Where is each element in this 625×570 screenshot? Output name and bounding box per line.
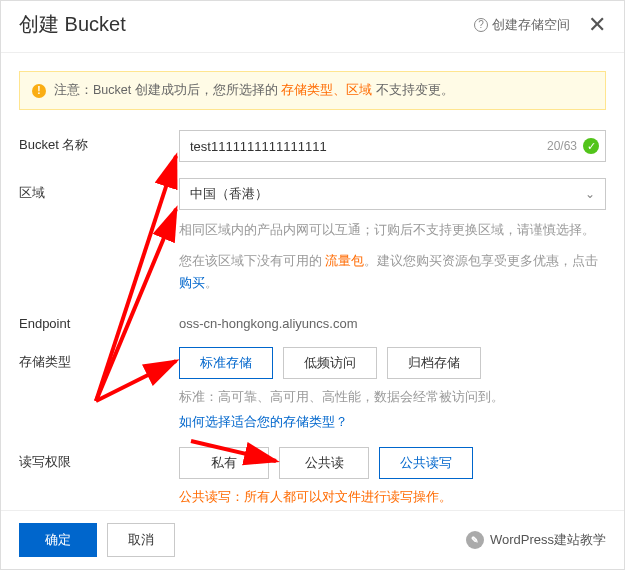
acl-label: 读写权限 — [19, 447, 179, 506]
storage-type-group: 标准存储 低频访问 归档存储 — [179, 347, 606, 379]
acl-public-rw-button[interactable]: 公共读写 — [379, 447, 473, 479]
help-link[interactable]: ? 创建存储空间 — [474, 16, 570, 34]
acl-public-read-button[interactable]: 公共读 — [279, 447, 369, 479]
ok-button[interactable]: 确定 — [19, 523, 97, 557]
cancel-button[interactable]: 取消 — [107, 523, 175, 557]
buy-link[interactable]: 购买 — [179, 276, 205, 290]
bucket-name-label: Bucket 名称 — [19, 130, 179, 162]
chevron-down-icon: ⌄ — [585, 187, 595, 201]
warning-icon: ! — [32, 84, 46, 98]
region-hint-2: 您在该区域下没有可用的 流量包。建议您购买资源包享受更多优惠，点击购买。 — [179, 251, 606, 294]
credit-text: WordPress建站教学 — [490, 531, 606, 549]
check-icon: ✓ — [583, 138, 599, 154]
char-count: 20/63 — [547, 139, 577, 153]
help-icon: ? — [474, 18, 488, 32]
region-value: 中国（香港） — [190, 185, 268, 203]
storage-help-link[interactable]: 如何选择适合您的存储类型？ — [179, 414, 606, 431]
bucket-name-input[interactable] — [190, 139, 545, 154]
storage-caption: 标准：高可靠、高可用、高性能，数据会经常被访问到。 — [179, 389, 606, 406]
close-icon[interactable]: ✕ — [588, 14, 606, 36]
acl-group: 私有 公共读 公共读写 — [179, 447, 606, 479]
endpoint-label: Endpoint — [19, 310, 179, 331]
region-select[interactable]: 中国（香港） ⌄ — [179, 178, 606, 210]
storage-type-label: 存储类型 — [19, 347, 179, 431]
wechat-icon: ✎ — [466, 531, 484, 549]
alert-text: 注意：Bucket 创建成功后，您所选择的 存储类型、区域 不支持变更。 — [54, 82, 454, 99]
credit: ✎ WordPress建站教学 — [466, 531, 606, 549]
region-label: 区域 — [19, 178, 179, 294]
storage-standard-button[interactable]: 标准存储 — [179, 347, 273, 379]
acl-warning: 公共读写：所有人都可以对文件进行读写操作。 — [179, 489, 606, 506]
help-label: 创建存储空间 — [492, 16, 570, 34]
storage-ia-button[interactable]: 低频访问 — [283, 347, 377, 379]
endpoint-value: oss-cn-hongkong.aliyuncs.com — [179, 310, 606, 331]
region-hint-1: 相同区域内的产品内网可以互通；订购后不支持更换区域，请谨慎选择。 — [179, 220, 606, 241]
dialog-header: 创建 Bucket ? 创建存储空间 ✕ — [1, 1, 624, 53]
dialog-footer: 确定 取消 ✎ WordPress建站教学 — [1, 510, 624, 569]
dialog-title: 创建 Bucket — [19, 11, 126, 38]
storage-archive-button[interactable]: 归档存储 — [387, 347, 481, 379]
acl-private-button[interactable]: 私有 — [179, 447, 269, 479]
bucket-name-input-wrap: 20/63 ✓ — [179, 130, 606, 162]
alert-banner: ! 注意：Bucket 创建成功后，您所选择的 存储类型、区域 不支持变更。 — [19, 71, 606, 110]
